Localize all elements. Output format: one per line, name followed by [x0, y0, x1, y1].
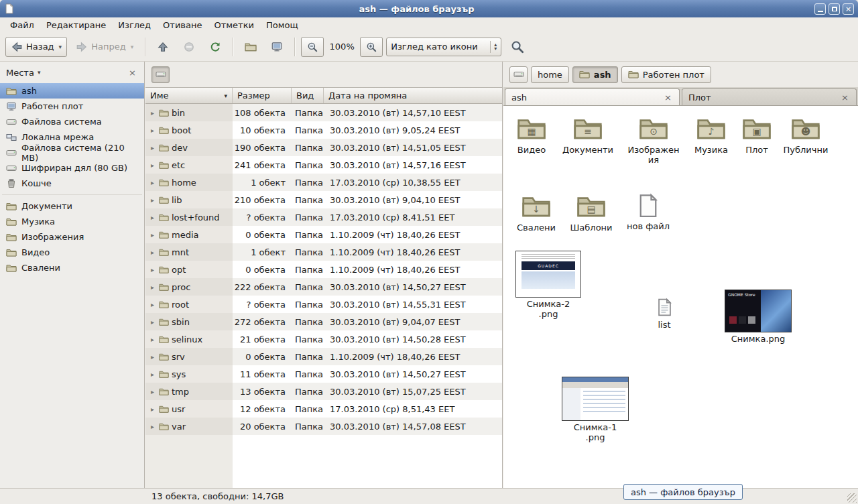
- expander-icon[interactable]: ▸: [149, 249, 156, 256]
- sidebar-item[interactable]: Файлова система (210 MB): [0, 145, 144, 160]
- sidebar-close-button[interactable]: ×: [127, 68, 138, 78]
- pathbar-root-button[interactable]: [151, 66, 170, 83]
- expander-icon[interactable]: ▸: [149, 127, 156, 134]
- table-row[interactable]: ▸ bin 108 обекта Папка 30.03.2010 (вт) 1…: [145, 104, 502, 121]
- table-row[interactable]: ▸ usr 12 обекта Папка 17.03.2010 (ср) 8,…: [145, 400, 502, 418]
- table-row[interactable]: ▸ sys 11 обекта Папка 30.03.2010 (вт) 14…: [145, 365, 502, 383]
- expander-icon[interactable]: ▸: [149, 371, 156, 378]
- stop-button[interactable]: [178, 37, 200, 57]
- zoom-in-button[interactable]: [360, 37, 383, 57]
- expander-icon[interactable]: ▸: [149, 214, 156, 221]
- expander-icon[interactable]: ▸: [149, 388, 156, 395]
- maximize-button[interactable]: [829, 3, 840, 15]
- expander-icon[interactable]: ▸: [149, 423, 156, 430]
- tab-close-icon[interactable]: ×: [663, 92, 673, 103]
- expander-icon[interactable]: ▸: [149, 284, 156, 291]
- folder-item[interactable]: ▤ Шаблони: [563, 192, 619, 233]
- sidebar-item[interactable]: Музика: [0, 214, 144, 229]
- table-row[interactable]: ▸ selinux 21 обекта Папка 30.03.2010 (вт…: [145, 330, 502, 348]
- table-row[interactable]: ▸ lib 210 обекта Папка 30.03.2010 (вт) 9…: [145, 191, 502, 208]
- sidebar-title[interactable]: Места: [6, 68, 34, 78]
- tab-close-icon[interactable]: ×: [840, 92, 850, 103]
- folder-item[interactable]: ⊙ Изображения: [625, 114, 682, 166]
- expander-icon[interactable]: ▸: [149, 301, 156, 308]
- home-button[interactable]: [239, 37, 262, 57]
- forward-button[interactable]: Напред ▾: [70, 37, 139, 57]
- sidebar-item[interactable]: Шифриран дял (80 GB): [0, 160, 144, 176]
- table-row[interactable]: ▸ dev 190 обекта Папка 30.03.2010 (вт) 1…: [145, 139, 502, 156]
- zoom-out-button[interactable]: [301, 37, 324, 57]
- expander-icon[interactable]: ▸: [149, 405, 156, 413]
- folder-item[interactable]: ▦ Видео: [503, 114, 560, 155]
- column-header-type[interactable]: Вид: [292, 88, 324, 103]
- reload-button[interactable]: [204, 37, 227, 57]
- view-mode-select[interactable]: Изглед като икони ▴▾: [386, 38, 501, 56]
- table-row[interactable]: ▸ home 1 обект Папка 17.03.2010 (ср) 10,…: [145, 174, 502, 191]
- expander-icon[interactable]: ▸: [149, 144, 156, 151]
- table-row[interactable]: ▸ root ? обекта Папка 30.03.2010 (вт) 14…: [145, 296, 502, 313]
- menu-item[interactable]: Отиване: [157, 19, 208, 32]
- folder-item[interactable]: ▣ Плот: [729, 114, 785, 155]
- folder-item[interactable]: ↓ Свалени: [508, 192, 564, 233]
- tab-plot[interactable]: Плот ×: [682, 88, 857, 105]
- column-header-name[interactable]: Име ▾: [145, 88, 233, 103]
- sidebar-item[interactable]: Документи: [0, 198, 144, 214]
- sidebar-item-label: Файлова система (210 MB): [21, 143, 139, 163]
- menu-item[interactable]: Изглед: [112, 19, 157, 32]
- minimize-button[interactable]: [814, 3, 826, 15]
- file-item[interactable]: GNOME Store Снимка.png: [722, 290, 794, 344]
- file-item[interactable]: list: [644, 296, 684, 330]
- pathbar-root-button[interactable]: [509, 66, 528, 83]
- table-row[interactable]: ▸ etc 241 обекта Папка 30.03.2010 (вт) 1…: [145, 156, 502, 174]
- search-button[interactable]: [505, 37, 530, 57]
- table-row[interactable]: ▸ media 0 обекта Папка 1.10.2009 (чт) 18…: [145, 226, 502, 243]
- table-row[interactable]: ▸ opt 0 обекта Папка 1.10.2009 (чт) 18,4…: [145, 261, 502, 278]
- sidebar-item[interactable]: Работен плот: [0, 99, 144, 114]
- menu-item[interactable]: Отметки: [208, 19, 259, 32]
- sidebar-item[interactable]: Видео: [0, 245, 144, 260]
- icon-view[interactable]: ▦ Видео ≡ Документи ⊙ Изображения ♪ Музи…: [503, 106, 858, 488]
- file-item[interactable]: Снимка-1.png: [558, 377, 632, 443]
- up-button[interactable]: [151, 37, 174, 57]
- menu-item[interactable]: Помощ: [260, 19, 304, 32]
- table-row[interactable]: ▸ sbin 272 обекта Папка 30.03.2010 (вт) …: [145, 313, 502, 330]
- back-button[interactable]: Назад ▾: [5, 37, 67, 57]
- table-row[interactable]: ▸ var 20 обекта Папка 30.03.2010 (вт) 14…: [145, 418, 502, 435]
- table-row[interactable]: ▸ mnt 1 обект Папка 1.10.2009 (чт) 18,40…: [145, 243, 502, 261]
- close-button[interactable]: ×: [843, 3, 854, 15]
- pathbar-ash-button[interactable]: ash: [572, 66, 618, 83]
- file-item[interactable]: нов файл: [620, 192, 676, 232]
- expander-icon[interactable]: ▸: [149, 318, 156, 326]
- expander-icon[interactable]: ▸: [149, 336, 156, 343]
- sidebar-item[interactable]: Изображения: [0, 229, 144, 245]
- pathbar-desktop-button[interactable]: Работен плот: [621, 66, 711, 83]
- pathbar-home-button[interactable]: home: [531, 66, 569, 83]
- sidebar-item[interactable]: ash: [0, 83, 144, 99]
- menu-item[interactable]: Файл: [4, 19, 40, 32]
- table-row[interactable]: ▸ srv 0 обекта Папка 1.10.2009 (чт) 18,4…: [145, 348, 502, 365]
- computer-button[interactable]: [265, 37, 288, 57]
- expander-icon[interactable]: ▸: [149, 353, 156, 361]
- table-row[interactable]: ▸ proc 222 обекта Папка 30.03.2010 (вт) …: [145, 278, 502, 296]
- titlebar[interactable]: ash — файлов браузър ×: [0, 0, 858, 17]
- sidebar-item[interactable]: Файлова система: [0, 114, 144, 129]
- expander-icon[interactable]: ▸: [149, 109, 156, 117]
- resize-grip[interactable]: [847, 493, 857, 503]
- expander-icon[interactable]: ▸: [149, 231, 156, 239]
- file-item[interactable]: GUADEC Снимка-2.png: [511, 251, 585, 320]
- table-row[interactable]: ▸ boot 10 обекта Папка 30.03.2010 (вт) 9…: [145, 121, 502, 139]
- expander-icon[interactable]: ▸: [149, 196, 156, 204]
- expander-icon[interactable]: ▸: [149, 266, 156, 273]
- table-row[interactable]: ▸ tmp 13 обекта Папка 30.03.2010 (вт) 15…: [145, 383, 502, 400]
- expander-icon[interactable]: ▸: [149, 162, 156, 169]
- expander-icon[interactable]: ▸: [149, 179, 156, 186]
- table-row[interactable]: ▸ lost+found ? обекта Папка 17.03.2010 (…: [145, 208, 502, 226]
- menu-item[interactable]: Редактиране: [40, 19, 112, 32]
- column-header-size[interactable]: Размер: [233, 88, 292, 103]
- folder-item[interactable]: ☻ Публични: [778, 114, 834, 155]
- folder-item[interactable]: ≡ Документи: [560, 114, 616, 155]
- sidebar-item[interactable]: Свалени: [0, 260, 144, 275]
- tab-ash[interactable]: ash ×: [505, 88, 680, 105]
- column-header-date[interactable]: Дата на промяна: [324, 88, 502, 103]
- sidebar-item[interactable]: Кошче: [0, 176, 144, 191]
